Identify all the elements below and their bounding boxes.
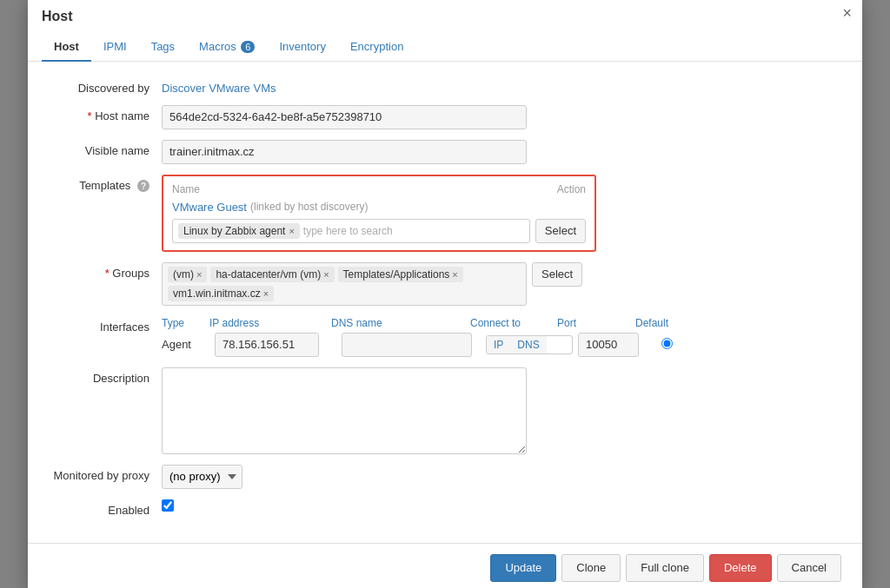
template-tag-remove[interactable]: × (289, 226, 294, 236)
interfaces-label: Interfaces (49, 316, 162, 334)
template-existing-link[interactable]: VMware Guest (172, 201, 247, 214)
iface-connect-ip-btn[interactable]: IP (487, 336, 510, 353)
template-col-name: Name (172, 183, 200, 195)
host-name-row: Host name (49, 105, 841, 129)
visible-name-label: Visible name (49, 140, 162, 157)
template-tag-input[interactable]: Linux by Zabbix agent × type here to sea… (172, 219, 530, 243)
template-header: Name Action (172, 183, 586, 195)
delete-button[interactable]: Delete (709, 554, 772, 582)
tab-inventory[interactable]: Inventory (267, 33, 337, 62)
templates-row: Templates ? Name Action VMware Guest (li… (49, 175, 841, 252)
discovered-by-row: Discovered by Discover VMware VMs (49, 77, 841, 95)
iface-col-port-header: Port (557, 316, 635, 329)
iface-dns-input[interactable] (342, 333, 472, 357)
monitored-by-row: Monitored by proxy (no proxy) (49, 465, 841, 489)
description-textarea[interactable] (162, 367, 527, 454)
interfaces-data-row: Agent IP DNS (162, 333, 714, 357)
group-tag-templates: Templates/Applications × (338, 267, 463, 282)
iface-col-connect-header: Connect to (470, 316, 557, 329)
tab-bar: Host IPMI Tags Macros 6 Inventory Encryp… (42, 33, 848, 62)
modal-body: Discovered by Discover VMware VMs Host n… (28, 62, 862, 543)
template-tag-label: Linux by Zabbix agent (183, 225, 285, 237)
clone-button[interactable]: Clone (561, 554, 621, 582)
enabled-label: Enabled (49, 499, 162, 517)
cancel-button[interactable]: Cancel (777, 554, 841, 582)
iface-connect-toggle: IP DNS (486, 335, 573, 354)
visible-name-row: Visible name (49, 140, 841, 164)
tab-ipmi[interactable]: IPMI (91, 33, 139, 62)
iface-port-cell (578, 333, 656, 357)
full-clone-button[interactable]: Full clone (626, 554, 704, 582)
tab-tags[interactable]: Tags (139, 33, 187, 62)
iface-type-cell: Agent (162, 338, 209, 351)
group-vm-remove[interactable]: × (196, 269, 202, 280)
groups-select-button[interactable]: Select (532, 262, 582, 287)
tab-host[interactable]: Host (42, 33, 91, 62)
iface-col-dns-header: DNS name (331, 316, 470, 329)
enabled-checkbox[interactable] (162, 499, 174, 512)
iface-col-ip-header: IP address (209, 316, 331, 329)
group-tag-ha: ha-datacenter/vm (vm) × (210, 267, 334, 282)
groups-row: Groups (vm) × ha-datacenter/vm (vm) × Te… (49, 262, 841, 306)
modal-header: Host × Host IPMI Tags Macros 6 Inventory… (28, 0, 862, 62)
iface-port-input[interactable] (578, 333, 639, 357)
iface-connect-cell: IP DNS (486, 335, 573, 354)
host-name-input[interactable] (162, 105, 527, 129)
template-search-placeholder: type here to search (303, 225, 393, 237)
monitored-by-label: Monitored by proxy (49, 465, 162, 482)
proxy-select[interactable]: (no proxy) (162, 465, 242, 489)
modal-overlay: Host × Host IPMI Tags Macros 6 Inventory… (0, 0, 890, 588)
modal-footer: Update Clone Full clone Delete Cancel (28, 543, 862, 589)
iface-ip-cell (215, 333, 336, 357)
update-button[interactable]: Update (490, 554, 556, 582)
iface-default-radio[interactable] (661, 338, 673, 349)
discovered-by-link[interactable]: Discover VMware VMs (162, 77, 276, 95)
templates-help-icon[interactable]: ? (137, 180, 149, 192)
modal-title: Host (42, 9, 848, 24)
discovered-by-label: Discovered by (49, 77, 162, 95)
visible-name-input[interactable] (162, 140, 527, 164)
iface-col-type-header: Type (162, 316, 209, 329)
description-label: Description (49, 367, 162, 385)
iface-ip-input[interactable] (215, 333, 319, 357)
template-col-action: Action (557, 183, 586, 195)
groups-box: (vm) × ha-datacenter/vm (vm) × Templates… (162, 262, 527, 306)
templates-label: Templates ? (49, 175, 162, 193)
template-tag: Linux by Zabbix agent × (178, 223, 300, 239)
iface-col-default-header: Default (635, 316, 687, 329)
template-input-row: Linux by Zabbix agent × type here to sea… (172, 219, 586, 243)
template-existing-row: VMware Guest (linked by host discovery) (172, 201, 586, 214)
group-templates-remove[interactable]: × (452, 269, 457, 280)
iface-default-cell (661, 338, 714, 352)
group-tag-vm1: vm1.win.initmax.cz × (168, 286, 274, 301)
group-ha-remove[interactable]: × (323, 269, 329, 280)
host-name-label: Host name (49, 105, 162, 122)
host-modal: Host × Host IPMI Tags Macros 6 Inventory… (28, 0, 862, 588)
group-tag-vm: (vm) × (168, 267, 207, 282)
template-linked-text: (linked by host discovery) (250, 201, 368, 213)
interfaces-row: Interfaces Type IP address DNS name (49, 316, 841, 357)
enabled-row: Enabled (49, 499, 841, 517)
tab-macros[interactable]: Macros 6 (187, 33, 267, 62)
templates-box: Name Action VMware Guest (linked by host… (162, 175, 596, 252)
interfaces-inner: Type IP address DNS name Connect to Port (162, 316, 714, 357)
description-row: Description (49, 367, 841, 454)
enabled-checkbox-wrap (162, 499, 174, 512)
template-select-button[interactable]: Select (535, 219, 586, 243)
macros-badge: 6 (241, 41, 255, 53)
iface-dns-cell (342, 333, 481, 357)
groups-label: Groups (49, 262, 162, 280)
interfaces-header-row: Type IP address DNS name Connect to Port (162, 316, 714, 329)
group-vm1-remove[interactable]: × (263, 288, 269, 299)
tab-encryption[interactable]: Encryption (338, 33, 415, 62)
iface-connect-dns-btn[interactable]: DNS (510, 336, 546, 353)
close-button[interactable]: × (842, 5, 852, 21)
